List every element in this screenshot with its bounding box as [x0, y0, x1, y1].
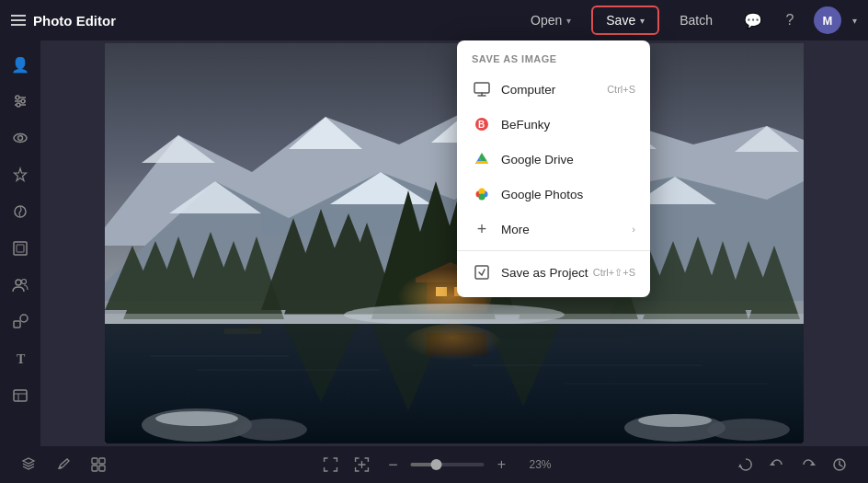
save-button[interactable]: Save ▾ — [591, 6, 659, 35]
save-to-befunky-item[interactable]: B BeFunky — [457, 107, 650, 142]
redo-button[interactable] — [794, 451, 822, 478]
more-options-item[interactable]: + More › — [457, 212, 650, 247]
scene — [105, 43, 804, 443]
sidebar-item-shapes[interactable] — [4, 305, 37, 339]
zoom-slider[interactable] — [411, 463, 485, 466]
dropdown-divider — [457, 250, 650, 251]
fit-screen-button[interactable] — [317, 451, 345, 478]
svg-point-80 — [638, 414, 712, 427]
svg-point-78 — [707, 419, 790, 441]
svg-rect-13 — [14, 321, 20, 328]
svg-text:T: T — [17, 352, 26, 366]
svg-rect-83 — [92, 466, 97, 471]
sidebar-item-effects[interactable] — [4, 158, 37, 191]
open-chevron: ▾ — [566, 16, 571, 26]
avatar-letter: M — [823, 14, 833, 28]
open-label: Open — [531, 13, 562, 28]
svg-point-76 — [234, 419, 307, 441]
sidebar-item-people[interactable] — [4, 269, 37, 302]
zoom-in-button[interactable]: + — [488, 451, 516, 478]
svg-rect-9 — [14, 242, 27, 255]
sidebar-item-frames[interactable] — [4, 232, 37, 265]
sidebar-item-text[interactable]: T — [4, 342, 37, 375]
app-title: Photo Editor — [33, 13, 116, 29]
zoom-controls: − + 23% — [317, 451, 552, 478]
save-to-gphotos-item[interactable]: Google Photos — [457, 177, 650, 212]
zoom-out-button[interactable]: − — [380, 451, 407, 478]
svg-point-3 — [16, 96, 19, 99]
google-photos-icon — [472, 184, 492, 204]
befunky-icon: B — [472, 114, 492, 134]
svg-rect-102 — [475, 266, 488, 279]
svg-marker-97 — [475, 161, 488, 164]
open-button[interactable]: Open ▾ — [518, 7, 584, 33]
svg-marker-89 — [810, 462, 816, 466]
sidebar-item-enhance[interactable] — [4, 195, 37, 228]
actual-size-button[interactable] — [348, 451, 376, 478]
svg-rect-74 — [247, 324, 261, 331]
bottom-right-buttons — [732, 451, 853, 478]
undo-button[interactable] — [763, 451, 791, 478]
save-chevron: ▾ — [640, 16, 645, 26]
layers-button[interactable] — [15, 451, 42, 478]
svg-rect-16 — [14, 390, 27, 401]
canvas-area[interactable] — [40, 40, 868, 446]
google-drive-icon — [472, 149, 492, 169]
svg-rect-82 — [99, 458, 105, 464]
batch-label: Batch — [680, 13, 713, 28]
svg-rect-91 — [474, 83, 489, 93]
save-to-computer-item[interactable]: Computer Ctrl+S — [457, 72, 650, 107]
edit-button[interactable] — [50, 451, 77, 478]
befunky-label: BeFunky — [501, 118, 550, 132]
project-shortcut: Ctrl+⇧+S — [593, 267, 635, 279]
more-label: More — [501, 223, 530, 236]
dropdown-header: Save as Image — [457, 48, 650, 72]
batch-button[interactable]: Batch — [667, 7, 725, 33]
sidebar-item-view[interactable] — [4, 121, 37, 155]
gphotos-label: Google Photos — [501, 188, 583, 201]
sidebar-item-adjustments[interactable] — [4, 85, 37, 118]
svg-rect-10 — [17, 245, 24, 252]
main-area: 👤 — [0, 40, 868, 446]
computer-icon — [472, 79, 492, 99]
svg-point-100 — [479, 189, 485, 195]
reset-button[interactable] — [732, 451, 760, 478]
svg-text:B: B — [478, 120, 485, 130]
save-as-project-item[interactable]: Save as Project Ctrl+⇧+S — [457, 255, 650, 290]
computer-shortcut: Ctrl+S — [607, 84, 635, 95]
grid-button[interactable] — [85, 451, 112, 478]
app-logo[interactable]: Photo Editor — [11, 13, 116, 29]
menu-icon[interactable] — [11, 15, 26, 26]
svg-rect-84 — [99, 466, 105, 471]
sidebar-item-graphics[interactable] — [4, 379, 37, 412]
sidebar: 👤 — [0, 40, 40, 446]
svg-point-14 — [20, 315, 28, 322]
header-icons: 💬 ? M ▾ — [740, 6, 857, 34]
header: Photo Editor Open ▾ Save ▾ Batch 💬 ? M ▾ — [0, 0, 868, 40]
gdrive-label: Google Drive — [501, 153, 574, 167]
svg-point-7 — [18, 136, 23, 141]
canvas-image — [105, 43, 804, 443]
more-plus-icon: + — [472, 219, 492, 239]
help-icon[interactable]: ? — [777, 7, 803, 33]
save-dropdown-menu: Save as Image Computer Ctrl+S B BeFunky — [457, 40, 650, 297]
chat-icon[interactable]: 💬 — [740, 7, 766, 33]
save-label: Save — [606, 13, 635, 28]
avatar[interactable]: M — [814, 6, 841, 34]
history-button[interactable] — [826, 451, 853, 478]
save-to-gdrive-item[interactable]: Google Drive — [457, 142, 650, 177]
svg-point-79 — [155, 411, 238, 426]
computer-label: Computer — [501, 83, 555, 97]
svg-point-11 — [16, 280, 21, 285]
svg-point-68 — [402, 324, 503, 370]
svg-marker-87 — [738, 464, 742, 467]
sidebar-item-profile[interactable]: 👤 — [4, 48, 37, 81]
svg-marker-88 — [770, 462, 775, 466]
zoom-percent: 23% — [520, 458, 552, 471]
avatar-caret[interactable]: ▾ — [852, 16, 857, 26]
project-icon — [472, 262, 492, 282]
project-label: Save as Project — [501, 266, 588, 280]
svg-point-12 — [22, 280, 27, 284]
svg-point-101 — [479, 194, 485, 201]
svg-point-4 — [21, 99, 25, 103]
